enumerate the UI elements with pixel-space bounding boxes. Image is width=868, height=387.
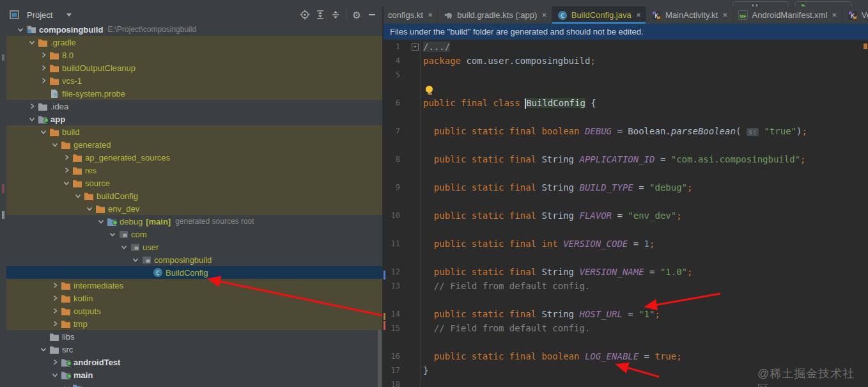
- tab-build.gradle.kts-app-[interactable]: build.gradle.kts (:app)✕: [438, 6, 552, 24]
- tree-item-src[interactable]: src: [6, 343, 382, 356]
- tree-item-buildOutputCleanup[interactable]: buildOutputCleanup: [6, 61, 382, 74]
- tree-item-env_dev[interactable]: env_dev: [6, 202, 382, 215]
- line-number[interactable]: 17: [384, 366, 400, 375]
- chevron-open-icon[interactable]: [61, 180, 72, 186]
- tree-item-.gradle[interactable]: .gradle: [6, 36, 382, 49]
- tree-item-.idea[interactable]: .idea: [6, 100, 382, 113]
- line-number[interactable]: 1: [384, 42, 400, 51]
- chevron-closed-icon[interactable]: [50, 308, 60, 314]
- chevron-closed-icon[interactable]: [61, 167, 72, 173]
- line-number[interactable]: 14: [384, 310, 400, 319]
- tree-item-BuildConfig[interactable]: CBuildConfig: [6, 266, 382, 279]
- tab-configs.kt[interactable]: configs.kt✕: [384, 6, 438, 24]
- hide-icon[interactable]: [364, 8, 380, 22]
- tree-item-file-system.probe[interactable]: ?file-system.probe: [6, 87, 382, 100]
- chevron-closed-icon[interactable]: [50, 320, 60, 327]
- tree-item-outputs[interactable]: outputs: [6, 304, 382, 317]
- line-number[interactable]: 12: [384, 267, 400, 276]
- chevron-closed-icon[interactable]: [50, 359, 60, 365]
- chevron-open-icon[interactable]: [38, 129, 49, 135]
- chevron-closed-icon[interactable]: [50, 282, 60, 288]
- tree-item-build[interactable]: build: [6, 125, 382, 138]
- chevron-open-icon[interactable]: [50, 372, 60, 378]
- chevron-open-icon[interactable]: [84, 206, 95, 212]
- line-number[interactable]: 9: [384, 183, 400, 192]
- code-editor[interactable]: 1+/.../4package com.user.composingbuild;…: [384, 40, 868, 387]
- settings-icon[interactable]: ⚙: [349, 8, 364, 22]
- tree-item-kotlin[interactable]: kotlin: [6, 292, 382, 304]
- line-number[interactable]: 6: [384, 99, 400, 107]
- code-line-6[interactable]: 6public final class BuildConfig {: [384, 96, 868, 110]
- tree-item-intermediates[interactable]: intermediates: [6, 279, 382, 292]
- tab-BuildConfig.java[interactable]: CBuildConfig.java✕: [552, 6, 646, 24]
- chevron-open-icon[interactable]: [73, 193, 83, 199]
- tree-item-main[interactable]: main: [6, 368, 382, 381]
- close-icon[interactable]: ✕: [832, 12, 837, 19]
- close-icon[interactable]: ✕: [722, 12, 727, 19]
- code-line-10[interactable]: 10 public static final String FLAVOR = "…: [384, 209, 868, 223]
- chevron-open-icon[interactable]: [96, 219, 106, 225]
- chevron-open-icon[interactable]: [61, 385, 72, 387]
- tab-Ver[interactable]: KVer: [842, 6, 868, 24]
- tree-item-composingbuild[interactable]: composingbuild: [6, 253, 382, 266]
- code-line-11[interactable]: 11 public static final int VERSION_CODE …: [384, 237, 868, 251]
- chevron-closed-icon[interactable]: [38, 77, 49, 84]
- tree-item-res[interactable]: res: [6, 164, 382, 177]
- locate-icon[interactable]: [297, 8, 313, 22]
- tree-item-8.0[interactable]: 8.0: [6, 49, 382, 61]
- code-line-4[interactable]: 4package com.user.composingbuild;: [384, 54, 868, 68]
- code-line-7[interactable]: 7 public static final boolean DEBUG = Bo…: [384, 124, 868, 138]
- chevron-open-icon[interactable]: [130, 257, 141, 263]
- close-icon[interactable]: ✕: [541, 12, 546, 19]
- code-line-12[interactable]: 12 public static final String VERSION_NA…: [384, 265, 868, 279]
- chevron-closed-icon[interactable]: [27, 103, 37, 109]
- tree-item-ap_generated_sources[interactable]: ap_generated_sources: [6, 151, 382, 164]
- tree-item-libs[interactable]: libs: [6, 330, 382, 343]
- tab-AndroidManifest.xml[interactable]: MFAndroidManifest.xml✕: [733, 6, 842, 24]
- code-line-16[interactable]: 16 public static final boolean LOG_ENABL…: [384, 349, 868, 363]
- tree-item-source[interactable]: source: [6, 177, 382, 189]
- line-number[interactable]: 5: [384, 70, 400, 79]
- chevron-open-icon[interactable]: [107, 232, 118, 237]
- chevron-closed-icon[interactable]: [50, 295, 60, 301]
- line-number[interactable]: 15: [384, 324, 400, 333]
- code-line-15[interactable]: 15 // Field from default config.: [384, 321, 868, 335]
- line-number[interactable]: 10: [384, 211, 400, 220]
- tab-MainActivity.kt[interactable]: KMainActivity.kt✕: [646, 6, 733, 24]
- line-number[interactable]: 8: [384, 155, 400, 164]
- tree-item-generated[interactable]: generated: [6, 138, 382, 151]
- line-number[interactable]: 13: [384, 281, 400, 290]
- tree-item-partial[interactable]: [6, 381, 382, 387]
- code-line-14[interactable]: 14 public static final String HOST_URL =…: [384, 307, 868, 321]
- close-icon[interactable]: ✕: [428, 12, 433, 19]
- close-icon[interactable]: ✕: [636, 12, 641, 19]
- collapse-all-icon[interactable]: [328, 8, 343, 22]
- line-number[interactable]: 7: [384, 127, 400, 136]
- chevron-open-icon[interactable]: [27, 40, 37, 45]
- chevron-closed-icon[interactable]: [38, 52, 49, 58]
- line-number[interactable]: 16: [384, 352, 400, 361]
- tree-item-com[interactable]: com: [6, 228, 382, 241]
- tree-item-composingbuild[interactable]: composingbuildE:\Project\composingbuild: [6, 23, 382, 36]
- code-line-1[interactable]: 1+/.../: [384, 40, 868, 54]
- code-line-8[interactable]: 8 public static final String APPLICATION…: [384, 152, 868, 166]
- tree-item-buildConfig[interactable]: buildConfig: [6, 189, 382, 202]
- code-line-9[interactable]: 9 public static final String BUILD_TYPE …: [384, 180, 868, 194]
- panel-scrollbar[interactable]: [378, 329, 382, 387]
- line-number[interactable]: 18: [384, 380, 400, 387]
- tree-item-androidTest[interactable]: androidTest: [6, 356, 382, 368]
- chevron-open-icon[interactable]: [38, 347, 49, 352]
- line-number[interactable]: 11: [384, 239, 400, 248]
- tree-item-vcs-1[interactable]: vcs-1: [6, 74, 382, 87]
- line-number[interactable]: 4: [384, 56, 400, 65]
- tree-item-user[interactable]: user: [6, 241, 382, 253]
- code-line-5[interactable]: 5: [384, 68, 868, 82]
- chevron-open-icon[interactable]: [50, 142, 60, 148]
- intention-bulb-icon[interactable]: [426, 86, 433, 95]
- chevron-closed-icon[interactable]: [61, 154, 72, 161]
- chevron-open-icon[interactable]: [119, 244, 129, 250]
- chevron-down-icon[interactable]: [61, 8, 77, 22]
- tree-item-debug[interactable]: debug[main]generated sources root: [6, 215, 382, 228]
- chevron-open-icon[interactable]: [27, 116, 37, 122]
- fold-expand-icon[interactable]: +: [412, 43, 419, 51]
